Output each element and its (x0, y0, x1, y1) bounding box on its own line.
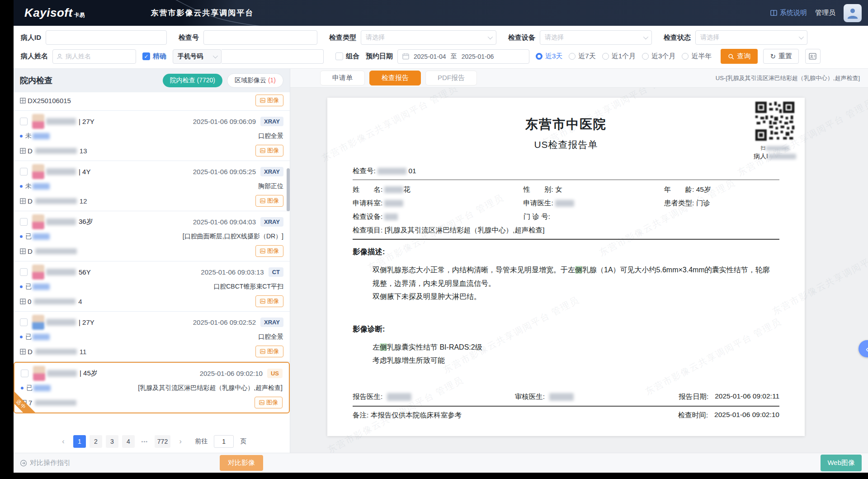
range-label-3months[interactable]: 近3个月 (651, 52, 675, 61)
patient-age: 56Y (79, 268, 91, 276)
patient-type-field: 患者类型: 门诊 (664, 196, 779, 210)
list-item[interactable]: | 27Y 2025-01-06 09:02:52 XRAY 已 口腔全景 (14, 312, 290, 362)
page-button-2[interactable]: 2 (90, 435, 102, 448)
accession-prefix: D (28, 348, 33, 356)
list-item-partial[interactable]: DX250106015 图像 (14, 92, 290, 111)
open-image-button[interactable]: 图像 (255, 195, 283, 207)
prev-page-button[interactable]: ‹ (57, 435, 70, 448)
layout-toggle-button[interactable] (805, 49, 821, 64)
next-page-button[interactable]: › (174, 435, 187, 448)
open-image-button[interactable]: 图像 (255, 95, 283, 106)
read-status: 未 (25, 182, 32, 190)
range-label-3days[interactable]: 近3天 (545, 52, 562, 61)
list-item-selected[interactable]: | 45岁 2025-01-06 09:02:10 US 已 [乳腺及其引流区淋… (14, 362, 290, 413)
date-range-picker[interactable]: 2025-01-04 至 2025-01-06 (397, 49, 529, 64)
open-image-button[interactable]: 图像 (255, 397, 283, 408)
range-radio-3months[interactable] (642, 53, 649, 60)
combo-checkbox[interactable] (335, 52, 343, 60)
more-pages-button[interactable]: ••• (138, 435, 151, 448)
exam-no-label: 检查号 (179, 33, 199, 42)
status-dot (20, 235, 23, 238)
patient-age: | 4Y (79, 168, 90, 175)
open-image-button[interactable]: 图像 (255, 245, 283, 257)
masked-status (33, 284, 50, 290)
open-image-button[interactable]: 图像 (255, 346, 283, 357)
tab-request-form[interactable]: 申请单 (320, 71, 365, 85)
exact-checkbox[interactable]: ✓ (142, 52, 150, 60)
exam-list-panel: 院内检查 院内检查 (7720) 区域影像云 (1) DX250106015 (14, 69, 290, 453)
item-checkbox[interactable] (20, 268, 28, 276)
phone-input[interactable] (222, 49, 324, 64)
range-label-1month[interactable]: 近1个月 (612, 52, 636, 61)
status-select[interactable]: 请选择 (695, 30, 807, 45)
range-radio-halfyear[interactable] (682, 53, 689, 60)
left-panel-scrollbar[interactable] (287, 168, 290, 211)
list-item[interactable]: | 4Y 2025-01-06 09:05:25 XRAY 未 胸部正位 (14, 161, 290, 211)
patient-name-input[interactable]: 病人姓名 (52, 49, 136, 64)
grid-icon (20, 248, 26, 254)
device-select[interactable]: 请选择 (540, 30, 652, 45)
report-sheet: 东营市中医院 US检查报告单 (327, 98, 805, 436)
date-end-value: 2025-01-06 (462, 53, 494, 60)
page-button-3[interactable]: 3 (106, 435, 118, 448)
item-checkbox[interactable] (20, 318, 28, 326)
range-radio-7days[interactable] (569, 53, 576, 60)
reset-icon: ↻ (770, 52, 776, 61)
user-avatar[interactable] (844, 4, 862, 22)
exam-datetime: 2025-01-06 09:03:13 (201, 268, 264, 276)
range-label-halfyear[interactable]: 近半年 (691, 52, 712, 61)
accession-prefix: D (28, 247, 33, 255)
range-radio-1month[interactable] (602, 53, 609, 60)
tab-hospital-exams[interactable]: 院内检查 (7720) (163, 74, 222, 87)
tab-regional-cloud[interactable]: 区域影像云 (1) (227, 73, 283, 88)
masked-patient-name (47, 370, 77, 377)
masked-patient-name (46, 118, 76, 125)
exam-type-select[interactable]: 请选择 (361, 30, 496, 45)
gender-field: 性 别: 女 (524, 183, 665, 196)
list-item[interactable]: | 27Y 2025-01-06 09:06:09 XRAY 未 口腔全景 (14, 111, 290, 161)
hospital-name: 东营市中医院 (353, 116, 779, 133)
calendar-icon (402, 53, 409, 60)
masked-dept (384, 200, 403, 207)
qr-code (754, 100, 796, 142)
tab-pdf-report[interactable]: PDF报告 (425, 71, 477, 85)
reset-button[interactable]: ↻ 重置 (763, 49, 799, 64)
patient-id-input[interactable] (46, 30, 167, 45)
accession-suffix: 12 (80, 197, 87, 205)
accession-number: DX250106015 (20, 97, 71, 104)
range-label-7days[interactable]: 近7天 (578, 52, 595, 61)
range-radio-3days[interactable] (536, 53, 542, 60)
modality-badge: US (267, 369, 283, 378)
compare-images-button[interactable]: 对比影像 (220, 455, 263, 471)
item-checkbox[interactable] (20, 218, 28, 226)
item-checkbox[interactable] (20, 118, 28, 125)
patient-age: 36岁 (79, 218, 93, 226)
open-image-button[interactable]: 图像 (255, 295, 283, 307)
list-item[interactable]: 36岁 2025-01-06 09:04:03 XRAY 已 [口腔曲面断层,口… (14, 211, 290, 261)
masked-accession (35, 148, 77, 154)
search-button[interactable]: 查询 (721, 49, 758, 64)
grid-icon (20, 98, 26, 104)
masked-status (33, 183, 50, 190)
item-checkbox[interactable] (20, 168, 28, 175)
item-checkbox[interactable] (21, 370, 28, 377)
goto-page-input[interactable] (214, 435, 234, 448)
patient-id-line: 病人I (752, 152, 797, 161)
page-button-4[interactable]: 4 (122, 435, 135, 448)
accession-text: DX250106015 (28, 97, 71, 104)
web-image-button[interactable]: Web图像 (821, 455, 862, 471)
masked-status (33, 385, 51, 391)
page-button-1[interactable]: 1 (73, 435, 86, 448)
exam-no-input[interactable] (203, 30, 317, 45)
tab-exam-report[interactable]: 检查报告 (369, 71, 421, 85)
page-button-772[interactable]: 772 (155, 435, 170, 448)
phone-field-select[interactable]: 手机号码 (173, 49, 222, 64)
list-item[interactable]: 56Y 2025-01-06 09:03:13 CT 已 口腔CBCT锥形束CT… (14, 261, 290, 312)
status-dot (20, 185, 23, 188)
system-help-link[interactable]: 系统说明 (770, 9, 807, 17)
compare-guide[interactable]: 对比操作指引 (20, 459, 71, 467)
exam-datetime: 2025-01-06 09:02:52 (193, 318, 256, 326)
open-image-button[interactable]: 图像 (255, 145, 283, 157)
masked-patient-name (46, 269, 76, 275)
read-status: 已 (25, 333, 32, 341)
